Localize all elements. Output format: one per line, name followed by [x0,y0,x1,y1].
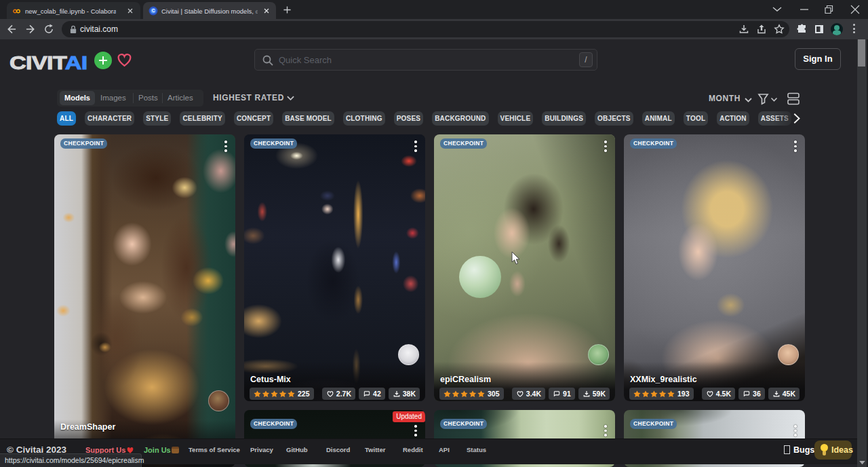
svg-text:C: C [152,8,155,13]
